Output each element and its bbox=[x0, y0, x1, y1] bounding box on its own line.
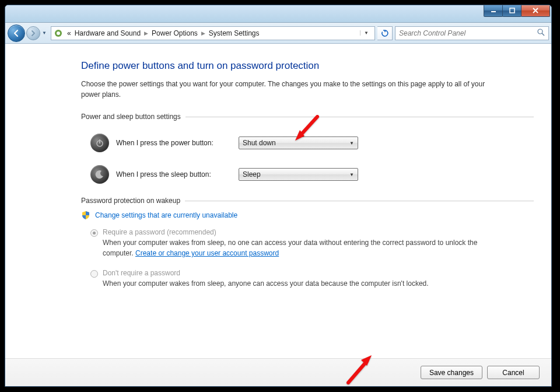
breadcrumb-item-hardware[interactable]: Hardware and Sound bbox=[73, 29, 142, 37]
close-button[interactable] bbox=[521, 5, 550, 17]
address-bar[interactable]: « Hardware and Sound ▶ Power Options ▶ S… bbox=[51, 26, 375, 40]
window: ▼ « Hardware and Sound ▶ Power Options ▶… bbox=[5, 5, 552, 387]
sleep-button-row: When I press the sleep button: Sleep ▼ bbox=[81, 165, 534, 184]
back-button[interactable] bbox=[8, 24, 25, 42]
maximize-button[interactable] bbox=[502, 5, 522, 17]
page-description: Choose the power settings that you want … bbox=[81, 79, 501, 100]
svg-point-4 bbox=[538, 29, 542, 34]
svg-point-3 bbox=[57, 32, 60, 35]
breadcrumb-separator[interactable]: ▶ bbox=[142, 30, 150, 36]
breadcrumb-item-power[interactable]: Power Options bbox=[150, 29, 200, 37]
svg-rect-0 bbox=[491, 11, 496, 12]
titlebar bbox=[5, 5, 551, 23]
search-icon bbox=[537, 29, 545, 38]
breadcrumb: « Hardware and Sound ▶ Power Options ▶ S… bbox=[65, 29, 360, 37]
require-password-desc: When your computer wakes from sleep, no … bbox=[103, 237, 505, 258]
power-button-row: When I press the power button: Shut down… bbox=[81, 134, 534, 152]
nav-history-dropdown[interactable]: ▼ bbox=[40, 27, 48, 39]
require-password-label: Require a password (recommended) bbox=[103, 228, 505, 236]
navbar: ▼ « Hardware and Sound ▶ Power Options ▶… bbox=[5, 23, 551, 44]
refresh-button[interactable] bbox=[377, 26, 393, 40]
dont-require-password-radio bbox=[90, 270, 98, 278]
forward-button[interactable] bbox=[26, 26, 40, 40]
power-icon bbox=[90, 134, 109, 152]
power-button-label: When I press the power button: bbox=[116, 139, 239, 147]
control-panel-icon bbox=[54, 29, 63, 38]
footer: Save changes Cancel bbox=[5, 358, 551, 386]
sleep-button-label: When I press the sleep button: bbox=[116, 170, 239, 178]
svg-rect-1 bbox=[510, 8, 514, 13]
save-changes-button[interactable]: Save changes bbox=[421, 366, 482, 379]
breadcrumb-separator[interactable]: ▶ bbox=[200, 30, 207, 36]
svg-line-5 bbox=[542, 33, 544, 36]
group-password-label: Password protection on wakeup bbox=[81, 197, 534, 205]
group-power-sleep-label: Power and sleep button settings bbox=[81, 113, 534, 121]
sleep-button-dropdown[interactable]: Sleep ▼ bbox=[239, 168, 358, 181]
minimize-button[interactable] bbox=[484, 5, 503, 17]
content-area: Define power buttons and turn on passwor… bbox=[5, 44, 551, 358]
shield-icon bbox=[81, 211, 90, 220]
chevron-down-icon: ▼ bbox=[349, 172, 354, 177]
address-dropdown[interactable]: ▼ bbox=[360, 30, 372, 36]
dont-require-password-label: Don't require a password bbox=[103, 269, 505, 277]
require-password-radio bbox=[90, 229, 98, 237]
cancel-button[interactable]: Cancel bbox=[487, 366, 540, 379]
chevron-down-icon: ▼ bbox=[349, 141, 354, 146]
breadcrumb-item-system[interactable]: System Settings bbox=[207, 29, 261, 37]
change-settings-link[interactable]: Change settings that are currently unava… bbox=[95, 211, 237, 219]
dont-require-password-desc: When your computer wakes from sleep, any… bbox=[103, 278, 505, 289]
create-password-link[interactable]: Create or change your user account passw… bbox=[135, 249, 279, 257]
sleep-icon bbox=[90, 165, 109, 184]
power-button-dropdown[interactable]: Shut down ▼ bbox=[239, 136, 358, 149]
breadcrumb-back-chevrons[interactable]: « bbox=[65, 29, 73, 37]
page-title: Define power buttons and turn on passwor… bbox=[81, 60, 534, 72]
search-box[interactable] bbox=[395, 26, 549, 40]
search-input[interactable] bbox=[399, 29, 537, 37]
